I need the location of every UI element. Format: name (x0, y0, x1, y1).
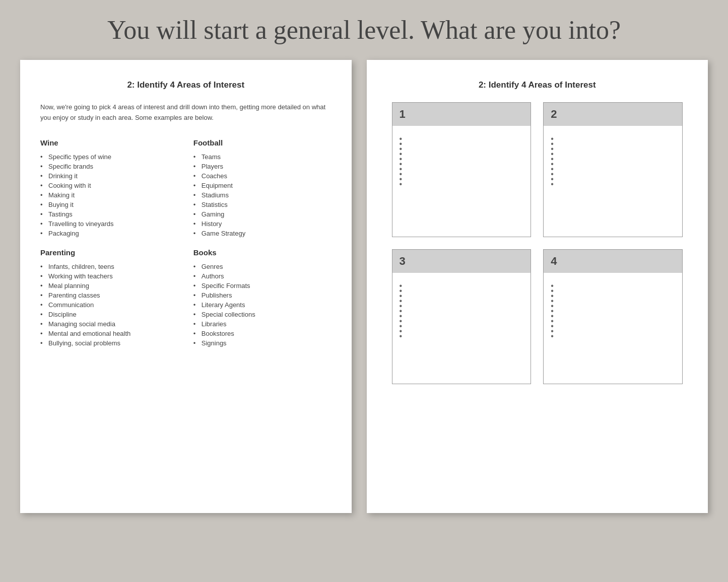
list-item: Cooking with it (40, 181, 178, 190)
list-item (551, 142, 675, 147)
list-item: Bullying, social problems (40, 338, 178, 348)
topic-wine: Wine Specific types of wine Specific bra… (40, 138, 178, 238)
list-item (551, 132, 675, 137)
list-item (400, 319, 524, 324)
list-item: Special collections (193, 310, 332, 319)
list-item (400, 147, 524, 152)
interest-boxes-grid: 1 (392, 102, 683, 384)
list-item: Publishers (193, 290, 332, 300)
topic-books: Books Genres Authors Specific Formats Pu… (193, 248, 332, 348)
topic-parenting-heading: Parenting (40, 248, 178, 257)
list-item (400, 289, 524, 294)
list-item: Drinking it (40, 171, 178, 181)
list-item: Game Strategy (193, 229, 332, 238)
list-item (400, 132, 524, 137)
topic-books-list: Genres Authors Specific Formats Publishe… (193, 262, 332, 348)
right-page: 2: Identify 4 Areas of Interest 1 (367, 60, 708, 513)
topic-books-heading: Books (193, 248, 332, 257)
list-item: Meal planning (40, 281, 178, 290)
list-item (551, 294, 675, 299)
list-item (551, 279, 675, 284)
list-item (400, 299, 524, 304)
list-item (400, 309, 524, 314)
box-2-list (551, 132, 675, 182)
list-item (551, 299, 675, 304)
list-item (551, 162, 675, 167)
list-item: Infants, children, teens (40, 262, 178, 271)
list-item: Specific Formats (193, 281, 332, 290)
list-item: Coaches (193, 171, 332, 181)
list-item: Statistics (193, 200, 332, 209)
list-item: Communication (40, 300, 178, 310)
box-4-header: 4 (544, 250, 682, 273)
list-item: Packaging (40, 229, 178, 238)
list-item (551, 324, 675, 329)
list-item (400, 137, 524, 142)
list-item: Buying it (40, 200, 178, 209)
list-item (551, 309, 675, 314)
list-item: Parenting classes (40, 290, 178, 300)
list-item (400, 294, 524, 299)
list-item: Discipline (40, 310, 178, 319)
list-item: Libraries (193, 319, 332, 329)
left-page: 2: Identify 4 Areas of Interest Now, we'… (20, 60, 352, 513)
list-item: Gaming (193, 209, 332, 219)
topics-grid: Wine Specific types of wine Specific bra… (40, 138, 332, 348)
list-item: Bookstores (193, 329, 332, 338)
list-item (400, 167, 524, 172)
list-item: Mental and emotional health (40, 329, 178, 338)
list-item (400, 152, 524, 157)
box-4-list (551, 279, 675, 334)
list-item (551, 167, 675, 172)
list-item (551, 152, 675, 157)
box-3-list (400, 279, 524, 334)
topic-parenting: Parenting Infants, children, teens Worki… (40, 248, 178, 348)
topic-football-heading: Football (193, 138, 332, 147)
interest-box-3: 3 (392, 249, 532, 384)
topic-wine-list: Specific types of wine Specific brands D… (40, 152, 178, 238)
box-4-body (544, 273, 682, 384)
box-3-header: 3 (392, 250, 531, 273)
left-page-intro: Now, we're going to pick 4 areas of inte… (40, 102, 332, 123)
list-item (400, 172, 524, 177)
box-2-header: 2 (544, 103, 682, 126)
list-item: Specific brands (40, 162, 178, 171)
list-item (400, 314, 524, 319)
list-item: Stadiums (193, 190, 332, 200)
interest-box-4: 4 (543, 249, 683, 384)
list-item (400, 162, 524, 167)
list-item: Authors (193, 271, 332, 281)
list-item: History (193, 219, 332, 229)
list-item: Signings (193, 338, 332, 348)
list-item: Tastings (40, 209, 178, 219)
list-item: Equipment (193, 181, 332, 190)
topic-parenting-list: Infants, children, teens Working with te… (40, 262, 178, 348)
right-page-title: 2: Identify 4 Areas of Interest (392, 80, 683, 90)
list-item (551, 319, 675, 324)
box-1-body (392, 126, 531, 237)
list-item (551, 304, 675, 309)
list-item (551, 284, 675, 289)
list-item (551, 157, 675, 162)
topic-football-list: Teams Players Coaches Equipment Stadiums… (193, 152, 332, 238)
list-item: Travelling to vineyards (40, 219, 178, 229)
list-item (551, 137, 675, 142)
list-item: Working with teachers (40, 271, 178, 281)
list-item: Teams (193, 152, 332, 162)
list-item (551, 329, 675, 334)
box-3-body (392, 273, 531, 384)
interest-box-1: 1 (392, 102, 532, 237)
box-1-header: 1 (392, 103, 531, 126)
list-item (400, 304, 524, 309)
interest-box-2: 2 (543, 102, 683, 237)
box-2-body (544, 126, 682, 237)
list-item: Making it (40, 190, 178, 200)
list-item (551, 314, 675, 319)
list-item (400, 142, 524, 147)
list-item: Genres (193, 262, 332, 271)
list-item: Specific types of wine (40, 152, 178, 162)
topic-wine-heading: Wine (40, 138, 178, 147)
list-item (551, 147, 675, 152)
list-item: Players (193, 162, 332, 171)
page-title: You will start a general level. What are… (0, 0, 728, 60)
